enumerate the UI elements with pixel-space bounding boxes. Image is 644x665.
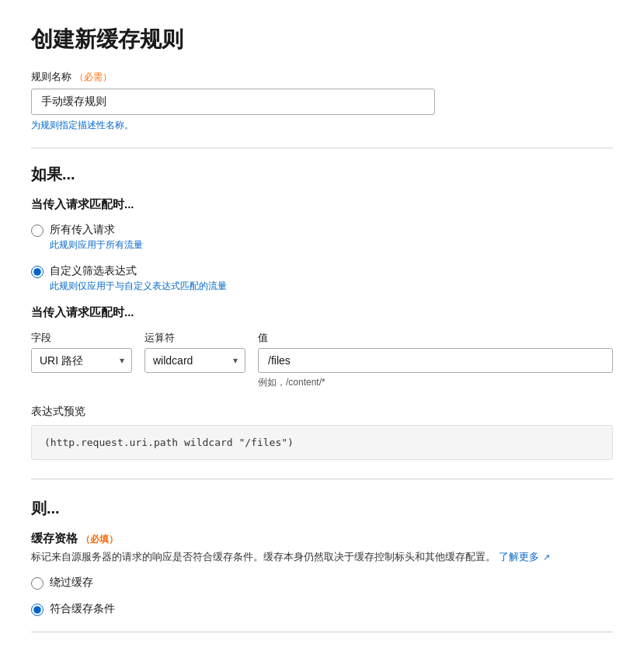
radio-custom-sub: 此规则仅应用于与自定义表达式匹配的流量	[50, 280, 227, 293]
value-hint: 例如，/content/*	[258, 376, 613, 389]
external-link-icon: ↗	[543, 552, 550, 562]
radio-custom-input[interactable]	[31, 266, 44, 278]
value-input[interactable]	[258, 348, 613, 373]
cache-qual-desc: 标记来自源服务器的请求的响应是否符合缓存条件。缓存本身仍然取决于缓存控制标头和其…	[31, 549, 613, 565]
rule-name-label: 规则名称	[31, 71, 71, 82]
radio-all-sub: 此规则应用于所有流量	[50, 238, 143, 252]
radio-all-requests-input[interactable]	[31, 225, 44, 237]
field-select[interactable]: URI 路径 URI 主机名	[31, 348, 132, 373]
divider-2	[31, 479, 613, 479]
cache-bypass-option: 绕过缓存	[31, 576, 613, 590]
page-title: 创建新缓存规则	[31, 25, 613, 54]
if-section-title: 如果...	[31, 164, 613, 185]
field-col-label: 字段	[31, 331, 132, 345]
value-col-label: 值	[258, 331, 613, 345]
operator-select[interactable]: wildcard equals contains starts_with	[144, 348, 245, 373]
cache-eligible-label: 符合缓存条件	[50, 602, 115, 616]
preview-section: 表达式预览 (http.request.uri.path wildcard "/…	[31, 405, 613, 460]
if-sub-title: 当传入请求匹配时...	[31, 197, 613, 212]
preview-label: 表达式预览	[31, 405, 613, 419]
divider-1	[31, 148, 613, 148]
radio-all-label: 所有传入请求	[50, 223, 143, 237]
field-select-wrap: URI 路径 URI 主机名	[31, 348, 132, 373]
then-section-title: 则...	[31, 498, 613, 519]
operator-col: 运算符 wildcard equals contains starts_with	[144, 331, 245, 373]
cache-bypass-label: 绕过缓存	[50, 576, 93, 590]
operator-col-label: 运算符	[144, 331, 245, 345]
cache-bypass-radio[interactable]	[31, 577, 44, 590]
learn-more-link[interactable]: 了解更多 ↗	[499, 551, 551, 562]
cache-qual-title-text: 缓存资格	[31, 531, 78, 545]
filter-row: 字段 URI 路径 URI 主机名 运算符 wildcard equals co…	[31, 331, 613, 389]
radio-custom-filter: 自定义筛选表达式 此规则仅应用于与自定义表达式匹配的流量	[31, 264, 613, 293]
value-col: 值 例如，/content/*	[258, 331, 613, 389]
cache-qual-required: （必填）	[81, 534, 118, 545]
cache-eligibility-section: 缓存资格（必填） 标记来自源服务器的请求的响应是否符合缓存条件。缓存本身仍然取决…	[31, 531, 613, 616]
cache-eligible-radio[interactable]	[31, 604, 44, 616]
divider-3	[31, 632, 613, 632]
filter-sub-title: 当传入请求匹配时...	[31, 305, 613, 320]
rule-name-hint: 为规则指定描述性名称。	[31, 119, 613, 132]
rule-name-required: （必需）	[75, 71, 112, 82]
field-col: 字段 URI 路径 URI 主机名	[31, 331, 132, 373]
preview-box: (http.request.uri.path wildcard "/files"…	[31, 425, 613, 460]
rule-name-input[interactable]	[31, 89, 435, 115]
cache-eligible-option: 符合缓存条件	[31, 602, 613, 616]
radio-custom-label: 自定义筛选表达式	[50, 264, 227, 278]
operator-select-wrap: wildcard equals contains starts_with	[144, 348, 245, 373]
radio-all-requests: 所有传入请求 此规则应用于所有流量	[31, 223, 613, 252]
